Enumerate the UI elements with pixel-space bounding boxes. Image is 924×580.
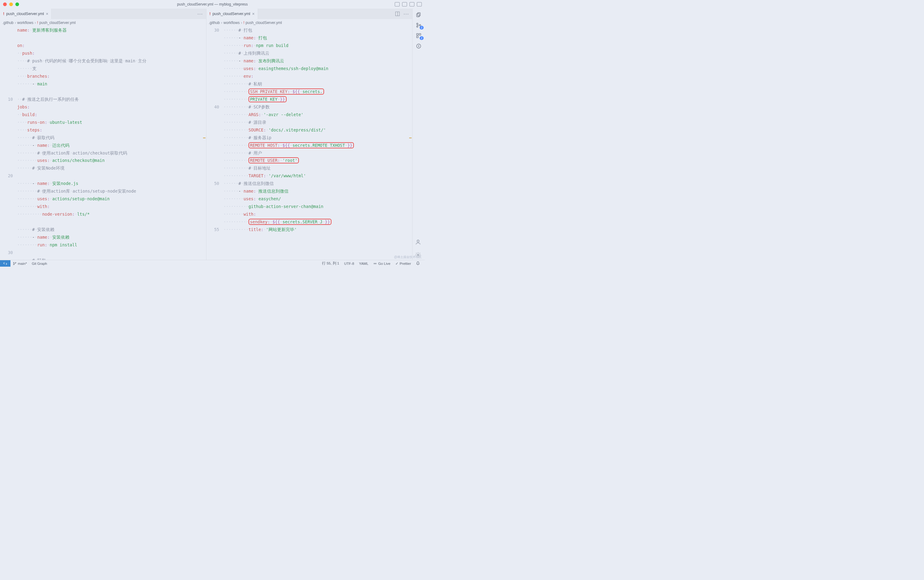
svg-point-13 — [15, 262, 16, 263]
language-mode[interactable]: YAML — [357, 262, 371, 265]
breadcrumb-item[interactable]: workflows — [224, 21, 240, 25]
panel-toggle-icon[interactable] — [395, 2, 400, 7]
more-actions-icon[interactable]: ⋯ — [197, 10, 203, 17]
minimap-decoration — [203, 138, 206, 138]
bolt-icon[interactable] — [415, 43, 422, 49]
editor-group-right: ! push_cloudServer.yml × ⋯ .github › wor… — [206, 8, 413, 260]
svg-rect-6 — [419, 33, 421, 35]
yaml-file-icon: ! — [37, 21, 38, 25]
svg-point-12 — [13, 264, 15, 265]
git-graph-status[interactable]: Git Graph — [29, 262, 49, 265]
more-actions-icon[interactable]: ⋯ — [404, 10, 409, 17]
svg-point-3 — [417, 26, 418, 27]
extensions-icon[interactable]: 2 — [415, 33, 422, 39]
editor-group-left: ! push_cloudServer.yml × ⋯ .github › wor… — [0, 8, 206, 260]
close-icon[interactable]: × — [252, 12, 255, 16]
tab-row: ! push_cloudServer.yml × ⋯ — [0, 8, 206, 19]
svg-point-11 — [13, 262, 15, 263]
panel-toggle-icon[interactable] — [410, 2, 414, 7]
breadcrumb-item[interactable]: .github — [209, 21, 220, 25]
maximize-window-icon[interactable] — [15, 2, 19, 6]
chevron-right-icon: › — [35, 21, 36, 25]
breadcrumb[interactable]: .github › workflows › ! push_cloudServer… — [0, 19, 206, 26]
badge: 2 — [420, 36, 423, 40]
breadcrumb[interactable]: .github › workflows › ! push_cloudServer… — [206, 19, 413, 26]
account-icon[interactable] — [415, 239, 421, 245]
statusbar: main* Git Graph 行 55, 列 1 UTF-8 YAML Go … — [0, 260, 425, 267]
tab-filename: push_cloudServer.yml — [212, 12, 250, 16]
activity-bar: 2 2 — [413, 8, 425, 260]
tab-filename: push_cloudServer.yml — [6, 12, 44, 16]
svg-rect-1 — [417, 13, 419, 17]
titlebar: push_cloudServer.yml — myblog_vitepress — [0, 0, 425, 8]
breadcrumb-item[interactable]: push_cloudServer.yml — [40, 21, 76, 25]
git-branch-status[interactable]: main* — [10, 262, 29, 265]
breadcrumb-item[interactable]: workflows — [17, 21, 33, 25]
layout-icon[interactable] — [417, 2, 422, 7]
watermark: @稀土掘金技术社区 — [394, 255, 422, 259]
titlebar-layout-controls — [395, 2, 422, 7]
svg-rect-0 — [417, 13, 420, 16]
editor-tab[interactable]: ! push_cloudServer.yml × — [206, 8, 258, 19]
minimize-window-icon[interactable] — [9, 2, 13, 6]
svg-point-14 — [375, 263, 376, 264]
chevron-right-icon: › — [15, 21, 16, 25]
yaml-file-icon: ! — [243, 21, 244, 25]
minimap-decoration — [409, 138, 412, 138]
svg-rect-7 — [417, 36, 418, 38]
breadcrumb-item[interactable]: push_cloudServer.yml — [246, 21, 282, 25]
window-title: push_cloudServer.yml — myblog_vitepress — [177, 2, 247, 7]
go-live-status[interactable]: Go Live — [371, 262, 393, 265]
breadcrumb-item[interactable]: .github — [2, 21, 13, 25]
remote-indicator[interactable] — [0, 260, 10, 267]
chevron-right-icon: › — [221, 21, 222, 25]
split-editor-icon[interactable] — [395, 12, 400, 16]
svg-rect-5 — [417, 33, 418, 35]
yaml-file-icon: ! — [209, 12, 211, 16]
yaml-file-icon: ! — [3, 12, 4, 16]
tab-row: ! push_cloudServer.yml × ⋯ — [206, 8, 413, 19]
cursor-position[interactable]: 行 55, 列 1 — [320, 261, 342, 266]
code-editor-right[interactable]: 30 40 50 55 ······#·打包······-·name:·打包··… — [206, 26, 413, 260]
code-editor-left[interactable]: 10 20 30 name:·更新博客到服务器 on:··push:····#·… — [0, 26, 206, 260]
window-controls — [3, 2, 19, 6]
svg-point-2 — [417, 23, 418, 25]
editor-tab[interactable]: ! push_cloudServer.yml × — [0, 8, 52, 19]
close-window-icon[interactable] — [3, 2, 7, 6]
panel-toggle-icon[interactable] — [402, 2, 407, 7]
badge: 2 — [420, 26, 423, 30]
svg-point-9 — [417, 240, 419, 242]
close-icon[interactable]: × — [46, 12, 48, 16]
prettier-status[interactable]: ✓Prettier — [393, 262, 413, 266]
notifications-icon[interactable] — [413, 262, 422, 265]
chevron-right-icon: › — [241, 21, 242, 25]
encoding-status[interactable]: UTF-8 — [342, 262, 357, 265]
copy-icon[interactable] — [415, 12, 422, 18]
source-control-icon[interactable]: 2 — [415, 22, 422, 28]
